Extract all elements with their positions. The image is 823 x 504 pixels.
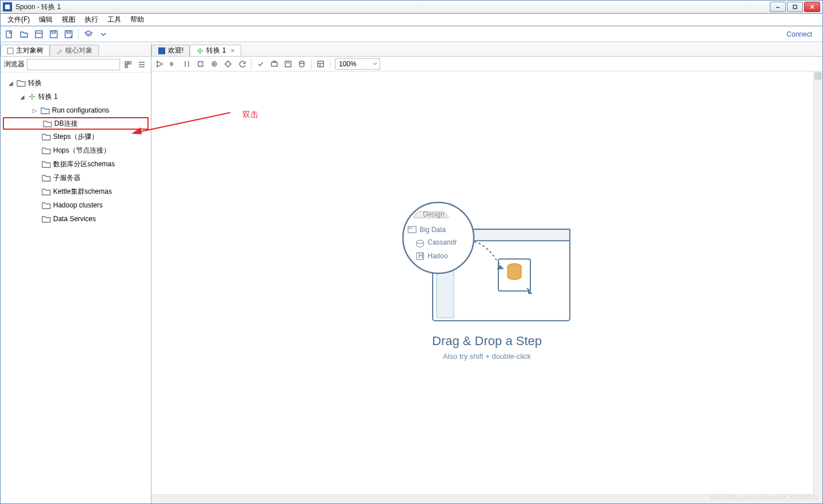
canvas-placeholder: Design Big Data Cassandr H Hadoo [401,198,573,361]
replay-icon[interactable] [237,59,246,69]
transformation-icon [196,47,204,55]
explore-db-icon[interactable] [297,59,306,69]
run-icon[interactable] [155,59,164,69]
tree-item-db-connection[interactable]: DB连接 [3,117,149,130]
editor-tab-welcome[interactable]: 欢迎! [151,45,190,56]
tab-core-objects-label: 核心对象 [65,46,93,55]
folder-icon [42,146,51,154]
tree-item-run-configurations[interactable]: ▷ Run configurations [3,103,149,117]
tree-trans1[interactable]: ◢ 转换 1 [3,90,149,103]
svg-text:Big Data: Big Data [420,226,446,234]
tab-close-icon[interactable]: ✕ [230,47,235,54]
tree-item-label: Run configurations [52,106,109,114]
browser-label: 浏览器 [4,59,25,69]
editor-toolbar: 100% [151,57,822,71]
toolbar-divider [78,29,79,39]
perspective-icon[interactable] [83,29,94,39]
vertical-scrollbar[interactable] [813,71,822,494]
twisty-closed-icon[interactable]: ▷ [31,107,38,114]
explore-icon[interactable] [34,29,44,39]
object-tree[interactable]: ◢ 转换 ◢ 转换 1 ▷ Run configurations DB连接 St… [1,73,151,503]
menu-tools[interactable]: 工具 [104,14,125,26]
stop-icon[interactable] [196,59,205,69]
zoom-value: 100% [339,60,357,68]
tree-trans1-label: 转换 1 [38,92,58,102]
svg-rect-13 [125,62,127,64]
maximize-button[interactable] [787,2,803,12]
tree-item-label: Steps（步骤） [53,132,98,142]
run-options-icon[interactable] [169,59,178,69]
debug-icon[interactable] [223,59,233,69]
menu-run[interactable]: 执行 [81,14,102,26]
preview-icon[interactable] [210,59,219,69]
close-button[interactable] [804,2,820,12]
tree-item-hadoop-clusters[interactable]: Hadoop clusters [3,198,149,212]
folder-icon [43,119,52,127]
new-file-icon[interactable] [4,29,14,39]
toolbar-divider [251,59,251,69]
tree-item-partition-schemas[interactable]: 数据库分区schemas [3,157,149,171]
show-results-icon[interactable] [316,59,325,69]
tree-item-cluster-schemas[interactable]: Kettle集群schemas [3,185,149,198]
menu-bar: 文件(F) 编辑 视图 执行 工具 帮助 [0,14,823,26]
tree-icon [7,47,14,54]
twisty-open-icon[interactable]: ◢ [19,94,26,100]
browser-input[interactable] [27,59,120,70]
watermark: https://blog.csdn.net/weixin_41829033 [710,494,817,501]
pencil-icon [56,47,63,54]
svg-rect-9 [52,31,55,33]
folder-icon [42,201,51,209]
editor-tab-trans1[interactable]: 转换 1 ✕ [190,45,241,56]
canvas[interactable]: Design Big Data Cassandr H Hadoo [151,71,822,503]
svg-rect-5 [6,31,11,38]
menu-help[interactable]: 帮助 [127,14,147,26]
tree-item-label: Hadoop clusters [53,201,103,209]
toolbar-divider [330,59,330,69]
placeholder-title: Drag & Drop a Step [432,334,542,349]
verify-icon[interactable] [256,59,265,69]
tab-main-tree[interactable]: 主对象树 [1,45,50,56]
tree-item-slave-servers[interactable]: 子服务器 [3,171,149,185]
tree-item-steps[interactable]: Steps（步骤） [3,130,149,143]
welcome-tab-icon [158,47,166,55]
canvas-wrap: Design Big Data Cassandr H Hadoo [151,71,822,503]
menu-file[interactable]: 文件(F) [4,14,33,26]
main-toolbar: Connect [0,26,823,42]
editor-tabstrip: 欢迎! 转换 1 ✕ [151,44,822,57]
menu-view[interactable]: 视图 [58,14,79,26]
open-folder-icon[interactable] [19,29,29,39]
app-icon [3,2,12,11]
left-panel: 主对象树 核心对象 浏览器 ◢ 转换 ◢ 转换 1 [1,42,151,503]
menu-edit[interactable]: 编辑 [35,14,56,26]
svg-point-23 [212,62,217,66]
svg-rect-12 [7,48,13,54]
svg-rect-14 [129,62,131,64]
svg-rect-22 [198,62,203,66]
tree-item-hops[interactable]: Hops（节点连接） [3,143,149,157]
zoom-combo[interactable]: 100% [335,58,380,70]
folder-icon [41,106,50,114]
save-icon[interactable] [49,29,59,39]
impact-icon[interactable] [270,59,279,69]
svg-point-24 [214,63,215,65]
expand-all-icon[interactable] [122,59,134,70]
minimize-button[interactable] [770,2,786,12]
editor-tab-trans1-label: 转换 1 [206,46,226,55]
sql-icon[interactable] [283,59,293,69]
chevron-down-icon [373,60,377,68]
collapse-all-icon[interactable] [136,59,147,70]
save-as-icon[interactable] [63,29,74,39]
svg-rect-30 [271,62,277,66]
dropdown-arrow-icon[interactable] [98,29,109,39]
svg-rect-6 [35,31,42,38]
folder-icon [42,133,51,141]
connect-link[interactable]: Connect [786,30,812,38]
annotation-label: 双击 [242,110,258,120]
svg-text:Design: Design [423,210,444,218]
tab-core-objects[interactable]: 核心对象 [50,45,99,56]
tree-root[interactable]: ◢ 转换 [3,76,149,90]
pause-icon[interactable] [182,59,191,69]
tree-item-data-services[interactable]: Data Services [3,212,149,226]
placeholder-subtitle: Also try shift + double-click [443,352,531,361]
twisty-open-icon[interactable]: ◢ [7,80,14,86]
